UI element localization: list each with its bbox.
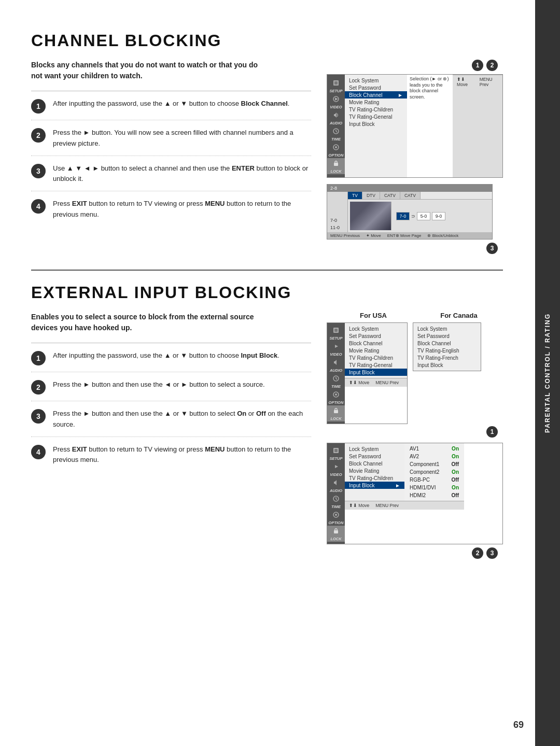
menu-tv-rating-general: TV Rating-General <box>345 113 407 120</box>
menu-tv-rating-children: TV Rating-Children <box>345 106 407 113</box>
canada-set-password: Set Password <box>413 332 481 340</box>
usa-tv-rating-general: TV Rating-General <box>345 361 407 369</box>
step-text-4: Press EXIT button to return to TV viewin… <box>53 199 311 220</box>
usa-set-password: Set Password <box>345 332 407 340</box>
source-hdmi1: HDMI1/DVIOn <box>404 484 464 491</box>
menu-note-1: Selection (► or ⊗) leads you to the bloc… <box>407 75 453 177</box>
callout-1: 1 <box>472 60 483 71</box>
sidebar-label-setup: SETUP <box>327 88 345 94</box>
section-separator <box>31 270 503 271</box>
callout-row-1: 1 2 <box>327 60 503 71</box>
sidebar-icon-option <box>327 142 345 152</box>
callout-3: 3 <box>486 243 498 254</box>
ib-block-channel: Block Channel <box>345 460 404 467</box>
sidebar-label: Parental Control / Rating <box>544 313 551 433</box>
tab-catv1: CATV <box>380 192 400 199</box>
channel-num-5-0: 5-0 <box>417 212 430 220</box>
ext-step-4: 4 Press EXIT button to return to TV view… <box>31 437 311 472</box>
sidebar-icon-setup <box>327 78 345 88</box>
channel-tabs: TV DTV CATV CATV <box>348 192 492 200</box>
ext-callout-3: 3 <box>486 547 498 559</box>
ext-callout-1: 1 <box>486 426 498 438</box>
source-av1: AV1On <box>404 445 464 453</box>
step-number-2: 2 <box>31 128 46 143</box>
step-text-1: After inputting the password, use the ▲ … <box>53 98 311 109</box>
sidebar-label-time: TIME <box>327 136 345 142</box>
sidebar-label-option: OPTION <box>327 152 345 158</box>
usa-bottom-bar: ⬆⬇ MoveMENU Prev <box>345 378 407 387</box>
channel-bottom-num: 11-0 <box>330 225 344 230</box>
ext-step-text-4: Press EXIT button to return to TV viewin… <box>53 444 311 466</box>
label-for-canada: For Canada <box>425 312 493 319</box>
tab-dtv: DTV <box>362 192 380 199</box>
callout-2: 2 <box>486 60 498 71</box>
svg-rect-18 <box>334 410 338 413</box>
svg-line-15 <box>336 378 337 379</box>
ext-step-text-1: After inputting the password, use the ▲ … <box>53 350 311 361</box>
svg-point-26 <box>335 514 337 516</box>
external-blocking-intro: Enables you to select a source to block … <box>31 312 270 333</box>
label-for-usa: For USA <box>327 312 420 319</box>
menu-lock-system: Lock System <box>345 77 407 84</box>
channel-screen: 2-8 7-0 11-0 TV DTV CATV CATV <box>327 184 493 240</box>
sidebar-label-audio: AUDIO <box>327 120 345 126</box>
ext-callout-row-1: 1 <box>327 426 503 438</box>
page-number: 69 <box>513 720 524 730</box>
tab-tv: TV <box>348 192 362 199</box>
source-av2: AV2On <box>404 453 464 460</box>
source-component1: Component1Off <box>404 460 464 468</box>
step-number-3: 3 <box>31 164 46 178</box>
svg-rect-11 <box>334 329 338 332</box>
usa-movie-rating: Movie Rating <box>345 347 407 354</box>
ext-step-text-3: Press the ► button and then use the ▲ or… <box>53 409 311 430</box>
sidebar-icon-time <box>327 126 345 136</box>
sidebar-label-lock: LOCK <box>327 168 345 174</box>
ext-callout-2: 2 <box>472 547 483 559</box>
ext-step-number-4: 4 <box>31 445 46 459</box>
svg-rect-27 <box>334 530 338 533</box>
channel-preview-image <box>350 202 391 230</box>
channel-list: 7-0 ⊃ 5-0 9-0 <box>394 210 490 222</box>
svg-rect-20 <box>334 449 338 452</box>
canada-lock-system: Lock System <box>413 325 481 332</box>
step-3-channel: 3 Use ▲ ▼ ◄ ► button to select a channel… <box>31 156 311 192</box>
tab-catv2: CATV <box>400 192 421 199</box>
step-number-1: 1 <box>31 99 46 114</box>
input-block-screen-wrapper: SETUP VIDEO AUDIO TIME OPTION LOCK <box>327 443 503 544</box>
svg-rect-9 <box>334 163 338 166</box>
sources-panel: AV1On AV2On Component1Off Component2On <box>404 443 464 501</box>
menu-bottom-bar-1: ⬆⬇ MoveMENU Prev <box>453 75 502 177</box>
ib-tv-rating-children: TV Rating-Children <box>345 474 404 482</box>
usa-tv-rating-children: TV Rating-Children <box>345 354 407 361</box>
usa-block-channel: Block Channel <box>345 340 407 347</box>
tv-menu-screenshot-1: SETUP VIDEO AUDIO TIME <box>327 74 503 178</box>
step-2-channel: 2 Press the ► button. You will now see a… <box>31 120 311 156</box>
menu-input-block: Input Block <box>345 120 407 128</box>
svg-point-8 <box>335 146 337 148</box>
ext-step-number-2: 2 <box>31 380 46 395</box>
channel-top-bar: 2-8 <box>327 185 492 192</box>
ib-set-password: Set Password <box>345 453 404 460</box>
callout-row-bottom: 3 <box>327 243 503 254</box>
menu-set-password: Set Password <box>345 84 407 91</box>
svg-rect-1 <box>334 81 338 85</box>
svg-line-24 <box>336 499 337 500</box>
svg-point-17 <box>335 393 337 396</box>
sidebar-icon-audio <box>327 110 345 120</box>
ib-bottom-bar: ⬆⬇ MoveMENU Prev <box>345 501 464 510</box>
ext-step-text-2: Press the ► button and then use the ◄ or… <box>53 379 311 390</box>
step-number-4: 4 <box>31 199 46 214</box>
channel-top-num: 7-0 <box>330 218 344 223</box>
source-component2: Component2On <box>404 468 464 476</box>
svg-marker-3 <box>335 97 338 101</box>
canada-input-block: Input Block <box>413 361 481 369</box>
canada-menu: Lock System Set Password Block Channel T… <box>413 322 481 371</box>
channel-num-7-0: 7-0 <box>396 212 410 220</box>
step-4-channel: 4 Press EXIT button to return to TV view… <box>31 191 311 227</box>
menu-movie-rating: Movie Rating <box>345 98 407 106</box>
ib-movie-rating: Movie Rating <box>345 467 404 474</box>
sidebar-icon-lock <box>327 158 345 168</box>
canada-tv-rating-french: TV Rating-French <box>413 354 481 361</box>
svg-marker-21 <box>335 465 338 468</box>
step-1-channel: 1 After inputting the password, use the … <box>31 91 311 120</box>
